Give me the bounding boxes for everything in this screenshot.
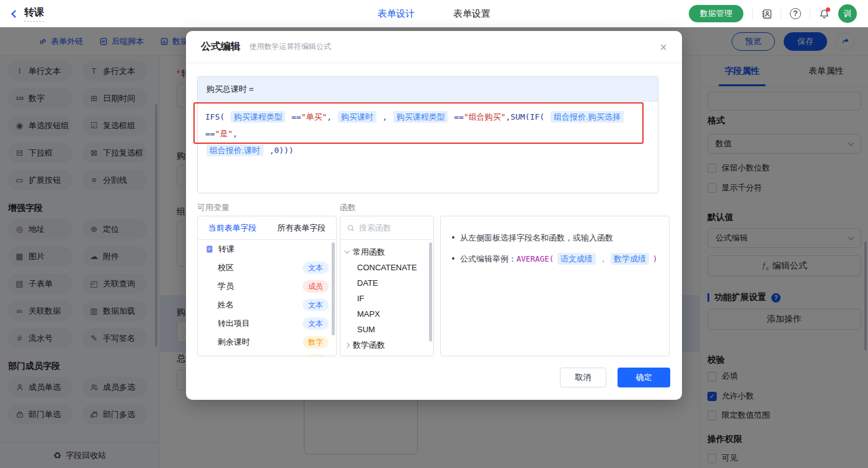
chevron-right-icon [345,342,350,347]
notification-dot [826,7,830,12]
fn-group-常用函数[interactable]: 常用函数 [340,244,433,260]
help-line1: 从左侧面板选择字段名和函数，或输入函数 [460,227,613,249]
divider [781,9,781,19]
functions-panel: 常用函数CONCATENATEDATEIFMAPXSUM数学函数文本函数 [340,216,434,356]
notification-bell-icon[interactable] [819,9,830,19]
example-prefix: 公式编辑举例： [460,254,516,263]
var-row-姓名[interactable]: 姓名文本 [198,296,336,314]
page-title[interactable]: 转课 [24,6,44,22]
divider [810,9,810,19]
confirm-button[interactable]: 确定 [618,368,670,387]
field-token: 购买课程类型 [231,111,285,123]
fn-item-SUM[interactable]: SUM [340,322,433,337]
back-chevron-icon [11,10,19,18]
code-token: , [232,129,237,138]
var-name: 剩余费用 [205,355,250,356]
field-type-badge: 数字 [303,355,329,356]
variables-label: 可用变量 [197,202,229,213]
code-token: , [327,112,337,121]
field-token: 组合报价.课时 [206,144,264,156]
search-icon [347,224,355,232]
field-type-badge: 文本 [303,262,329,274]
code-token: == [205,129,215,138]
code-token: ,0))) [265,146,294,155]
var-name: 姓名 [205,299,234,311]
field-type-badge: 文本 [303,299,329,311]
code-token: IFS( [205,112,229,121]
fn-group-label: 数学函数 [353,340,385,351]
function-search[interactable] [340,216,433,240]
tab-all-form-fields[interactable]: 所有表单字段 [267,216,337,239]
formula-line: 组合报价.课时 ,0))) [205,142,650,159]
var-row-剩余费用[interactable]: 剩余费用数字 [198,351,336,356]
function-search-input[interactable] [359,223,415,232]
fn-item-IF[interactable]: IF [340,291,433,306]
code-token: == [286,112,301,121]
bullet-dot [452,236,454,239]
code-token: , [378,112,392,121]
formula-editor: 购买总课时 = IFS( 购买课程类型 =="单买", 购买课时 , 购买课程类… [197,76,658,193]
back-button[interactable] [12,11,18,17]
field-token: 购买课时 [338,111,376,123]
example-separator: ， [599,254,607,263]
var-row-剩余课时[interactable]: 剩余课时数字 [198,333,336,351]
tab-form-settings[interactable]: 表单设置 [453,8,490,20]
code-token: ,SUM(IF( [506,112,549,121]
example-function: AVERAGE( [516,254,554,263]
var-row-学员[interactable]: 学员成员 [198,277,336,296]
fn-group-文本函数[interactable]: 文本函数 [340,353,433,356]
field-type-badge: 成员 [303,280,329,293]
divider [752,9,753,19]
help-line2: 公式编辑举例：AVERAGE( 语文成绩 ， 数学成绩 ) [460,249,657,270]
field-type-badge: 文本 [303,317,329,330]
cancel-button[interactable]: 取消 [560,368,606,387]
tab-form-design[interactable]: 表单设计 [378,8,415,20]
string-token: "组合购买" [464,112,506,121]
topbar-tabs: 表单设计 表单设置 [378,8,490,20]
var-name: 学员 [205,281,234,292]
functions-label: 函数 [340,202,356,213]
example-suffix: ) [653,254,658,263]
avatar[interactable]: 训 [838,4,857,23]
var-name: 校区 [205,262,234,273]
string-token: "是" [215,129,233,138]
contacts-icon[interactable] [761,9,772,19]
variables-scrollbar[interactable] [332,242,335,335]
help-icon[interactable]: ? [790,8,801,19]
close-icon[interactable]: × [660,41,667,53]
chevron-down-icon [345,249,350,254]
formula-editor-modal: 公式编辑 使用数学运算符编辑公式 × 购买总课时 = IFS( 购买课程类型 =… [186,31,682,400]
modal-subtitle: 使用数学运算符编辑公式 [249,42,331,52]
var-row-转出项目[interactable]: 转出项目文本 [198,314,336,333]
example-field-chip: 语文成绩 [557,253,596,265]
field-type-badge: 数字 [303,336,329,348]
help-panel: 从左侧面板选择字段名和函数，或输入函数 公式编辑举例：AVERAGE( 语文成绩… [440,216,670,356]
string-token: "单买" [301,112,327,121]
formula-line: IFS( 购买课程类型 =="单买", 购买课时 , 购买课程类型 =="组合购… [205,108,650,142]
fn-group-label: 常用函数 [353,247,385,258]
topbar: 转课 表单设计 表单设置 数据管理 ? 训 [0,0,868,27]
fn-item-DATE[interactable]: DATE [340,275,433,291]
functions-scrollbar[interactable] [429,242,432,342]
field-token: 组合报价.购买选择 [551,111,624,123]
code-token: == [449,112,463,121]
data-manage-button[interactable]: 数据管理 [689,5,743,22]
fn-group-label: 文本函数 [353,355,385,357]
modal-title: 公式编辑 [201,40,241,53]
form-doc-icon [205,245,214,254]
fn-group-数学函数[interactable]: 数学函数 [340,337,433,353]
var-name: 转出项目 [205,318,250,329]
tab-current-form-fields[interactable]: 当前表单字段 [198,216,267,239]
formula-code-input[interactable]: IFS( 购买课程类型 =="单买", 购买课时 , 购买课程类型 =="组合购… [198,102,658,166]
var-name: 剩余课时 [205,337,250,348]
example-field-chip: 数学成绩 [611,253,649,265]
field-token: 购买课程类型 [393,111,448,123]
variables-panel: 当前表单字段 所有表单字段 转课 校区文本学员成员姓名文本转出项目文本剩余课时数… [197,216,337,356]
formula-target: 购买总课时 = [198,77,658,102]
var-row-校区[interactable]: 校区文本 [198,258,336,277]
bullet-dot [452,257,454,260]
form-node-label: 转课 [218,244,234,255]
form-node[interactable]: 转课 [198,240,336,258]
fn-item-MAPX[interactable]: MAPX [340,306,433,322]
fn-item-CONCATENATE[interactable]: CONCATENATE [340,260,433,275]
